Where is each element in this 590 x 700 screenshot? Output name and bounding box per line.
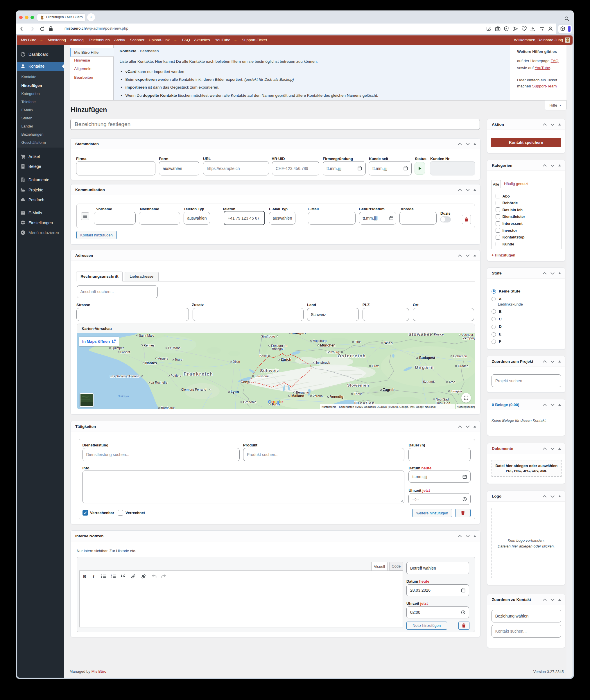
svg-text:Budapest: Budapest <box>419 356 435 360</box>
svg-text:Straßburg: Straßburg <box>261 334 275 338</box>
svg-text:Bergamo: Bergamo <box>296 391 309 394</box>
svg-text:Ungarn: Ungarn <box>415 365 434 370</box>
svg-text:Lausanne: Lausanne <box>255 374 269 378</box>
svg-text:Wien: Wien <box>384 341 393 345</box>
svg-text:G: G <box>268 399 271 404</box>
svg-text:Tours: Tours <box>175 358 182 361</box>
svg-text:Triest: Triest <box>354 392 362 396</box>
svg-text:3: 3 <box>111 577 112 578</box>
svg-text:Kartendaten ©2026 GeoBasis-DE/: Kartendaten ©2026 GeoBasis-DE/BKG (©2009… <box>339 405 435 408</box>
svg-text:Dijon: Dijon <box>233 360 240 363</box>
svg-text:Österreich: Österreich <box>337 353 366 358</box>
svg-text:Grenoble: Grenoble <box>243 400 256 404</box>
svg-text:Lorient: Lorient <box>120 350 130 354</box>
svg-text:Linz: Linz <box>355 340 361 343</box>
svg-text:München: München <box>320 343 335 347</box>
svg-text:Novi Sad: Novi Sad <box>436 398 449 401</box>
svg-text:Verona: Verona <box>313 394 323 398</box>
svg-text:Poitiers: Poitiers <box>171 374 181 377</box>
svg-text:Stuttgart: Stuttgart <box>291 333 306 335</box>
svg-text:Slowakei: Slowakei <box>408 333 432 337</box>
svg-text:Schweiz: Schweiz <box>260 368 279 373</box>
svg-text:Timișoa: Timișoa <box>451 390 462 393</box>
svg-text:Saint-Malo: Saint-Malo <box>139 334 154 337</box>
svg-text:Mailand: Mailand <box>291 394 304 398</box>
svg-text:Zürich: Zürich <box>281 358 291 362</box>
svg-text:Szeged: Szeged <box>423 380 434 383</box>
svg-text:Venedig: Venedig <box>330 395 343 399</box>
svg-text:Slowenien: Slowenien <box>347 383 369 388</box>
svg-text:Arad: Arad <box>449 380 455 384</box>
svg-text:Breisgau: Breisgau <box>272 347 284 351</box>
svg-text:Frankreich: Frankreich <box>184 372 213 377</box>
svg-text:Bordeaux: Bordeaux <box>161 406 175 409</box>
svg-text:Quimper: Quimper <box>112 346 124 350</box>
svg-text:Innsbruck: Innsbruck <box>316 361 330 364</box>
svg-text:Basel: Basel <box>260 354 268 358</box>
svg-text:I: I <box>93 574 95 579</box>
svg-text:Biskaya: Biskaya <box>118 394 129 398</box>
svg-text:Kosice: Kosice <box>434 333 444 336</box>
svg-text:Nantes: Nantes <box>145 361 157 365</box>
svg-text:Zagreb: Zagreb <box>383 388 394 392</box>
svg-text:Nutzungsbedingungen: Nutzungsbedingungen <box>457 405 475 408</box>
svg-text:Les Sables-d'Olonne: Les Sables-d'Olonne <box>110 374 139 378</box>
svg-text:Clermont-Ferrand: Clermont-Ferrand <box>181 388 206 391</box>
svg-text:e: e <box>280 399 283 404</box>
svg-text:Debrecen: Debrecen <box>453 355 467 358</box>
svg-text:B: B <box>83 574 86 579</box>
svg-text:Lyon: Lyon <box>231 390 239 394</box>
svg-text:Le Mans: Le Mans <box>168 346 181 350</box>
svg-text:Ужгород: Ужгород <box>463 336 475 340</box>
svg-text:La Rochelle: La Rochelle <box>151 381 167 384</box>
svg-text:Нови Сад: Нови Сад <box>436 401 450 405</box>
svg-text:Uschgor: Uschgor <box>461 333 473 336</box>
svg-text:Kurzbefehle: Kurzbefehle <box>321 405 336 408</box>
svg-text:Graz: Graz <box>372 364 379 368</box>
svg-text:Genf: Genf <box>240 380 249 384</box>
svg-text:Rennes: Rennes <box>143 343 155 347</box>
svg-text:Augsburg: Augsburg <box>313 339 326 342</box>
svg-text:Salzburg: Salzburg <box>326 350 339 354</box>
svg-text:Oradea: Oradea <box>458 364 469 368</box>
svg-text:Angers: Angers <box>158 357 168 360</box>
